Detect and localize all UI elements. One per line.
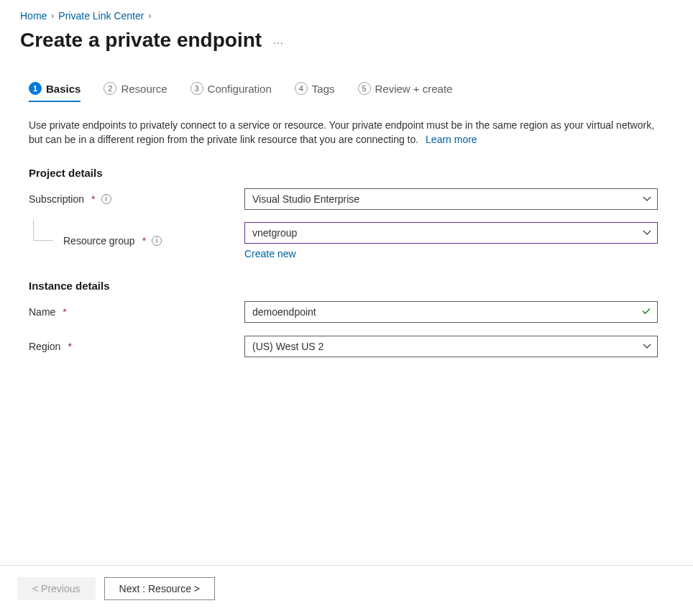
chevron-right-icon: › [148,9,151,23]
tab-label: Resource [121,83,167,95]
tab-label: Basics [46,83,81,95]
label-text: Region [29,341,60,352]
breadcrumb-private-link-center[interactable]: Private Link Center [58,9,144,23]
indent-connector [33,219,53,241]
info-icon[interactable]: i [101,194,111,204]
footer-divider [0,565,693,566]
required-asterisk: * [63,306,66,318]
tab-tags[interactable]: 4 Tags [295,82,335,102]
info-icon[interactable]: i [152,236,162,246]
tab-basics[interactable]: 1 Basics [29,82,81,102]
label-name: Name* [29,306,244,318]
next-button[interactable]: Next : Resource > [104,577,215,600]
wizard-tabs: 1 Basics 2 Resource 3 Configuration 4 Ta… [0,62,693,102]
footer-actions: < Previous Next : Resource > [17,577,215,600]
description-text: Use private endpoints to privately conne… [29,119,654,145]
previous-button: < Previous [17,577,96,600]
step-badge: 1 [29,82,42,95]
learn-more-link[interactable]: Learn more [426,134,477,145]
label-subscription: Subscription* i [29,193,244,205]
tab-label: Review + create [375,83,453,95]
label-text: Name [29,306,55,318]
tab-label: Tags [312,83,335,95]
chevron-right-icon: › [51,9,54,23]
valid-check-icon [641,305,652,319]
step-badge: 5 [358,82,371,95]
label-text: Subscription [29,193,84,205]
label-region: Region* [29,341,244,352]
tab-configuration[interactable]: 3 Configuration [191,82,272,102]
tab-resource[interactable]: 2 Resource [104,82,167,102]
step-badge: 4 [295,82,308,95]
section-project-details: Project details [29,167,664,179]
tab-description: Use private endpoints to privately conne… [29,118,664,147]
label-text: Resource group [63,235,135,247]
create-new-resource-group-link[interactable]: Create new [244,248,296,259]
label-resource-group: Resource group* i [29,235,244,247]
tab-review-create[interactable]: 5 Review + create [358,82,453,102]
more-icon[interactable]: ··· [273,32,284,48]
name-input[interactable] [244,301,658,323]
required-asterisk: * [142,235,146,247]
resource-group-select[interactable] [244,222,658,244]
region-select[interactable] [244,336,658,357]
required-asterisk: * [91,193,95,205]
subscription-select[interactable] [244,188,658,210]
section-instance-details: Instance details [29,280,664,292]
required-asterisk: * [68,341,71,352]
step-badge: 2 [104,82,116,95]
step-badge: 3 [191,82,203,95]
breadcrumb: Home › Private Link Center › [0,0,693,26]
page-title: Create a private endpoint [20,27,262,53]
tab-label: Configuration [208,83,272,95]
breadcrumb-home[interactable]: Home [20,9,47,23]
